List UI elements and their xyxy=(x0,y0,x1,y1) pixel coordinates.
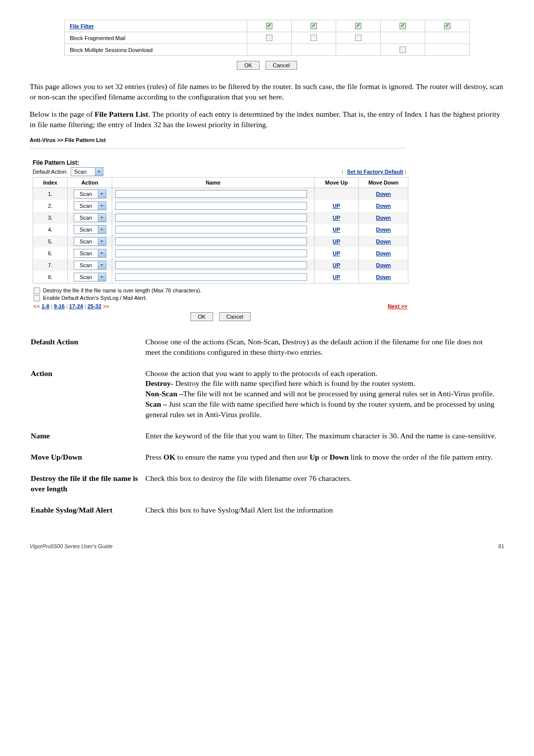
row-move-down[interactable]: Down xyxy=(359,259,408,271)
row-move-up[interactable]: UP xyxy=(314,271,359,284)
row-name-input[interactable] xyxy=(115,226,307,234)
chevron-down-icon xyxy=(98,190,106,198)
page-25-32[interactable]: 25-32 xyxy=(88,303,101,309)
row-move-down[interactable]: Down xyxy=(359,247,408,259)
table-row: 7.ScanUPDown xyxy=(33,259,408,271)
feature-checkbox-cell xyxy=(336,20,381,32)
term-move-up-down: Move Up/Down xyxy=(31,449,144,470)
feature-label[interactable]: File Filter xyxy=(65,20,247,32)
term-action: Action xyxy=(31,366,144,427)
row-move-down[interactable]: Down xyxy=(359,200,408,212)
desc-move-up-down: Press OK to ensure the name you typed an… xyxy=(145,449,503,470)
checkbox-icon[interactable] xyxy=(266,35,272,41)
row-action-select[interactable]: Scan xyxy=(74,261,106,270)
row-action-select[interactable]: Scan xyxy=(74,249,106,258)
row-action-cell: Scan xyxy=(68,271,112,284)
row-move-up[interactable]: UP xyxy=(314,236,359,247)
row-name-input[interactable] xyxy=(115,273,307,281)
feature-checkbox-cell xyxy=(381,32,425,44)
row-name-input[interactable] xyxy=(115,237,307,245)
row-action-select[interactable]: Scan xyxy=(74,237,106,246)
checkbox-checked-icon[interactable] xyxy=(355,23,361,29)
cancel-button[interactable]: Cancel xyxy=(219,312,251,321)
checkbox-icon[interactable] xyxy=(400,47,406,53)
row-name-cell xyxy=(112,236,314,247)
row-index: 5. xyxy=(33,236,68,247)
checkbox-checked-icon[interactable] xyxy=(444,23,450,29)
ok-button[interactable]: OK xyxy=(190,312,213,321)
page-17-24[interactable]: 17-24 xyxy=(69,303,83,309)
checkbox-icon xyxy=(34,287,40,294)
table-row: 8.ScanUPDown xyxy=(33,271,408,284)
checkbox-icon[interactable] xyxy=(311,35,317,41)
row-name-cell xyxy=(112,212,314,224)
row-move-up[interactable]: UP xyxy=(314,247,359,259)
row-move-down[interactable]: Down xyxy=(359,236,408,247)
row-name-input[interactable] xyxy=(115,261,307,269)
enable-syslog-checkbox[interactable]: Enable Default Action's SysLog / Mail Al… xyxy=(34,295,408,301)
term-name: Name xyxy=(31,428,144,448)
row-name-cell xyxy=(112,188,314,200)
feature-checkbox-cell xyxy=(247,20,292,32)
feature-checkbox-cell xyxy=(425,32,470,44)
page-9-16[interactable]: 9-16 xyxy=(54,303,65,309)
feature-checkbox-cell xyxy=(381,20,425,32)
row-name-input[interactable] xyxy=(115,214,307,222)
feature-checkbox-cell xyxy=(247,32,292,44)
chevron-down-icon xyxy=(98,249,106,257)
row-action-select[interactable]: Scan xyxy=(74,273,106,282)
term-syslog: Enable Syslog/Mail Alert xyxy=(31,502,144,522)
ok-button[interactable]: OK xyxy=(237,61,260,70)
destroy-over-length-checkbox[interactable]: Destroy the file if the file name is ove… xyxy=(34,287,408,294)
page-footer: VigorPro5500 Series User's Guide 81 xyxy=(30,543,504,549)
row-action-select[interactable]: Scan xyxy=(74,189,106,198)
term-destroy: Destroy the file if the file name is ove… xyxy=(31,471,144,501)
header-move-down: Move Down xyxy=(359,177,408,188)
row-move-up[interactable]: UP xyxy=(314,224,359,236)
checkbox-icon[interactable] xyxy=(355,35,361,41)
row-name-input[interactable] xyxy=(115,249,307,257)
file-pattern-list-title: File Pattern List: xyxy=(33,159,408,166)
table-row: 5.ScanUPDown xyxy=(33,236,408,247)
set-factory-default-link[interactable]: Set to Factory Default xyxy=(347,169,403,175)
row-move-up[interactable]: UP xyxy=(314,212,359,224)
checkbox-icon xyxy=(34,295,40,301)
file-pattern-table: Index Action Name Move Up Move Down 1.Sc… xyxy=(33,177,408,284)
row-name-cell xyxy=(112,247,314,259)
page-1-8[interactable]: 1-8 xyxy=(42,303,49,309)
row-action-select[interactable]: Scan xyxy=(74,213,106,222)
row-move-down[interactable]: Down xyxy=(359,224,408,236)
row-action-select[interactable]: Scan xyxy=(74,201,106,210)
row-move-up[interactable]: UP xyxy=(314,200,359,212)
feature-checkbox-cell xyxy=(247,44,292,56)
header-move-up: Move Up xyxy=(314,177,359,188)
next-page-link[interactable]: Next >> xyxy=(388,303,407,309)
checkbox-checked-icon[interactable] xyxy=(266,23,272,29)
checkbox-checked-icon[interactable] xyxy=(400,23,406,29)
feature-label: Block Fragmented Mail xyxy=(65,32,247,44)
row-move-down[interactable]: Down xyxy=(359,271,408,284)
checkbox-checked-icon[interactable] xyxy=(311,23,317,29)
row-move-down[interactable]: Down xyxy=(359,188,408,200)
feature-table: File FilterBlock Fragmented MailBlock Mu… xyxy=(64,20,470,56)
row-index: 7. xyxy=(33,259,68,271)
page-number: 81 xyxy=(498,543,504,549)
feature-checkbox-cell xyxy=(336,44,381,56)
paragraph-2: Below is the page of File Pattern List. … xyxy=(30,109,504,130)
feature-row: Block Fragmented Mail xyxy=(65,32,470,44)
row-name-input[interactable] xyxy=(115,202,307,210)
feature-label: Block Multiple Sessions Download xyxy=(65,44,247,56)
row-action-select[interactable]: Scan xyxy=(74,225,106,234)
row-action-cell: Scan xyxy=(68,188,112,200)
row-move-up[interactable]: UP xyxy=(314,259,359,271)
table-row: 4.ScanUPDown xyxy=(33,224,408,236)
cancel-button[interactable]: Cancel xyxy=(266,61,297,70)
table-row: 1.ScanDown xyxy=(33,188,408,200)
default-action-select[interactable]: Scan xyxy=(71,167,103,176)
chevron-down-icon xyxy=(98,214,106,222)
row-index: 3. xyxy=(33,212,68,224)
row-index: 8. xyxy=(33,271,68,284)
row-action-cell: Scan xyxy=(68,247,112,259)
row-move-down[interactable]: Down xyxy=(359,212,408,224)
row-name-input[interactable] xyxy=(115,190,307,198)
